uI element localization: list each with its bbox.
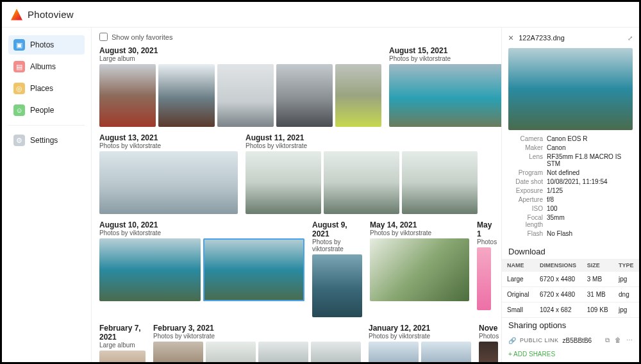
album-title[interactable]: February 7, 2021 bbox=[99, 324, 146, 342]
download-size: 109 KB bbox=[582, 302, 613, 318]
photo-thumbnail[interactable] bbox=[479, 342, 498, 362]
sidebar-item-photos[interactable]: ▣ Photos bbox=[8, 35, 85, 54]
photo-thumbnail[interactable] bbox=[217, 64, 274, 127]
download-type: dng bbox=[613, 287, 639, 302]
details-filename: 122A7233.dng bbox=[519, 34, 565, 42]
photo-thumbnail[interactable] bbox=[389, 64, 501, 127]
sidebar-separator bbox=[8, 125, 85, 126]
more-icon[interactable]: ⋯ bbox=[626, 336, 633, 344]
sidebar-item-label: Photos bbox=[30, 40, 54, 49]
details-header: × 122A7233.dng ⤢ bbox=[502, 28, 639, 48]
meta-row: Aperturef/8 bbox=[508, 196, 633, 203]
meta-label: Aperture bbox=[508, 196, 543, 203]
album-subtitle: Photos by viktorstrate bbox=[99, 229, 304, 236]
photo-thumbnail[interactable] bbox=[312, 254, 362, 317]
favorites-checkbox[interactable] bbox=[99, 33, 108, 41]
add-shares-button[interactable]: ADD SHARES bbox=[502, 348, 639, 360]
download-dim: 6720 x 4480 bbox=[535, 272, 582, 287]
album-subtitle: Photos by viktorstrate bbox=[389, 55, 501, 62]
sidebar-item-label: People bbox=[30, 106, 54, 115]
photo-thumbnail[interactable] bbox=[246, 151, 321, 214]
photo-thumbnail[interactable] bbox=[324, 151, 399, 214]
album-title[interactable]: Nove bbox=[479, 324, 499, 333]
gear-icon: ⚙ bbox=[13, 135, 25, 146]
photo-thumbnail[interactable] bbox=[370, 238, 469, 301]
share-link-row[interactable]: 🔗 PUBLIC LINK zB5BBtB6 ⧉ 🗑 ⋯ bbox=[502, 333, 639, 348]
album-title[interactable]: August 30, 2021 bbox=[99, 46, 381, 55]
photo-thumbnail[interactable] bbox=[203, 238, 304, 301]
album-title[interactable]: February 3, 2021 bbox=[153, 324, 361, 333]
meta-row: Focal length35mm bbox=[508, 214, 633, 228]
details-preview[interactable] bbox=[508, 48, 633, 130]
photo-thumbnail[interactable] bbox=[402, 151, 478, 214]
album-block: August 11, 2021Photos by viktorstrate bbox=[246, 133, 478, 214]
meta-row: Date shot10/08/2021, 11:19:54 bbox=[508, 178, 633, 185]
thumb-strip bbox=[479, 342, 499, 362]
album-title[interactable]: August 10, 2021 bbox=[99, 220, 304, 229]
album-title[interactable]: August 9, 2021 bbox=[312, 220, 362, 238]
photo-thumbnail[interactable] bbox=[153, 342, 203, 362]
sidebar: ▣ Photos ▤ Albums ◎ Places ☺ People ⚙ Se… bbox=[2, 28, 92, 362]
favorites-toggle[interactable]: Show only favorites bbox=[99, 33, 494, 41]
sidebar-item-albums[interactable]: ▤ Albums bbox=[8, 57, 85, 76]
photo-thumbnail[interactable] bbox=[311, 342, 361, 362]
sidebar-item-settings[interactable]: ⚙ Settings bbox=[8, 131, 85, 150]
download-row[interactable]: Small1024 x 682109 KBjpg bbox=[502, 302, 639, 318]
sidebar-item-label: Places bbox=[30, 84, 53, 93]
album-title[interactable]: January 12, 2021 bbox=[369, 324, 471, 333]
fullscreen-icon[interactable]: ⤢ bbox=[628, 35, 633, 42]
meta-row: LensRF35mm F1.8 MACRO IS STM bbox=[508, 153, 633, 167]
photo-thumbnail[interactable] bbox=[369, 342, 419, 362]
copy-icon[interactable]: ⧉ bbox=[605, 336, 610, 344]
meta-label: Lens bbox=[508, 153, 543, 167]
gallery-mount: August 30, 2021Large albumAugust 15, 202… bbox=[99, 46, 494, 362]
photo-thumbnail[interactable] bbox=[99, 64, 156, 127]
photo-thumbnail[interactable] bbox=[99, 351, 146, 362]
metadata-list: CameraCanon EOS RMakerCanonLensRF35mm F1… bbox=[502, 130, 639, 244]
meta-row: MakerCanon bbox=[508, 144, 633, 151]
photo-thumbnail[interactable] bbox=[99, 151, 238, 214]
thumb-strip bbox=[99, 151, 238, 214]
sidebar-item-people[interactable]: ☺ People bbox=[8, 101, 85, 120]
album-block: February 3, 2021Photos by viktorstrate bbox=[153, 324, 361, 362]
photo-thumbnail[interactable] bbox=[99, 238, 201, 301]
meta-value: 10/08/2021, 11:19:54 bbox=[547, 178, 633, 185]
download-name: Large bbox=[502, 272, 535, 287]
delete-icon[interactable]: 🗑 bbox=[615, 336, 621, 344]
meta-label: ISO bbox=[508, 205, 543, 212]
meta-row: ProgramNot defined bbox=[508, 169, 633, 176]
gallery-row: August 13, 2021Photos by viktorstrateAug… bbox=[99, 133, 494, 214]
album-block: August 15, 2021Photos by viktorstrate bbox=[389, 46, 501, 127]
download-dim: 6720 x 4480 bbox=[535, 287, 582, 302]
meta-label: Date shot bbox=[508, 178, 543, 185]
meta-label: Program bbox=[508, 169, 543, 176]
photo-thumbnail[interactable] bbox=[335, 64, 381, 127]
meta-row: FlashNo Flash bbox=[508, 230, 633, 237]
album-block: August 13, 2021Photos by viktorstrate bbox=[99, 133, 238, 214]
share-code: zB5BBtB6 bbox=[563, 337, 592, 344]
share-kind: PUBLIC LINK bbox=[520, 337, 559, 343]
meta-value: No Flash bbox=[547, 230, 633, 237]
album-title[interactable]: August 11, 2021 bbox=[246, 133, 478, 142]
download-row[interactable]: Large6720 x 44803 MBjpg bbox=[502, 272, 639, 287]
photo-thumbnail[interactable] bbox=[206, 342, 256, 362]
meta-row: ISO100 bbox=[508, 205, 633, 212]
photo-thumbnail[interactable] bbox=[258, 342, 308, 362]
album-title[interactable]: May 1 bbox=[477, 220, 497, 238]
photo-thumbnail[interactable] bbox=[158, 64, 215, 127]
photo-thumbnail[interactable] bbox=[421, 342, 471, 362]
download-section-title: Download bbox=[502, 244, 639, 259]
photo-thumbnail[interactable] bbox=[276, 64, 333, 127]
photo-thumbnail[interactable] bbox=[477, 247, 491, 310]
album-title[interactable]: August 15, 2021 bbox=[389, 46, 501, 55]
download-row[interactable]: Original6720 x 448031 MBdng bbox=[502, 287, 639, 302]
close-icon[interactable]: × bbox=[508, 33, 513, 43]
meta-label: Exposure bbox=[508, 187, 543, 194]
meta-value: Canon EOS R bbox=[547, 135, 633, 142]
album-block: August 30, 2021Large album bbox=[99, 46, 381, 127]
sidebar-item-places[interactable]: ◎ Places bbox=[8, 79, 85, 98]
album-title[interactable]: August 13, 2021 bbox=[99, 133, 238, 142]
album-title[interactable]: May 14, 2021 bbox=[370, 220, 469, 229]
thumb-strip bbox=[477, 247, 497, 310]
album-block: NovePhotos bbox=[479, 324, 499, 362]
